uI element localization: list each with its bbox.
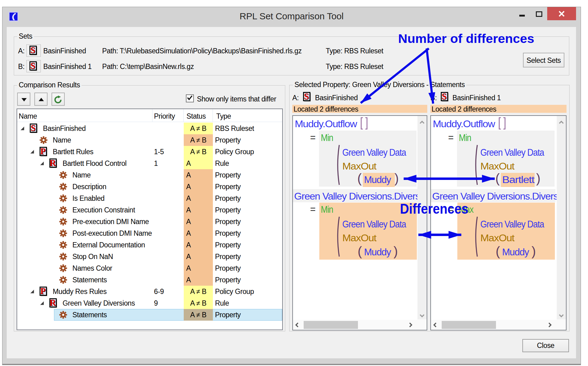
svg-text:S: S [30,46,35,55]
svg-text:S: S [304,92,309,101]
svg-text:P: P [40,287,46,296]
svg-text:R: R [50,158,56,168]
svg-text:S: S [31,124,36,133]
svg-text:R: R [50,298,56,307]
svg-text:P: P [40,147,46,156]
svg-text:S: S [442,92,447,101]
svg-text:S: S [30,61,35,71]
